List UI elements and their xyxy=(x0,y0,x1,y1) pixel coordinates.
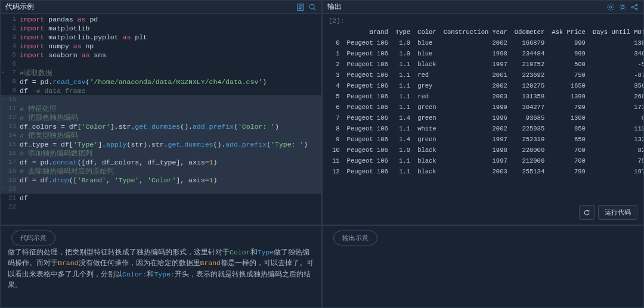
table-header: Days Until MOT xyxy=(589,27,643,38)
output-cell-label: [2]: xyxy=(329,17,637,24)
table-row: 2Peugeot 1061.1black1997219752500-560 xyxy=(329,59,643,70)
output-header: 输出 xyxy=(323,1,643,14)
svg-point-4 xyxy=(631,6,633,8)
sun-icon[interactable] xyxy=(618,3,627,11)
table-row: 0Peugeot 1061.0blue200216687999913860 xyxy=(329,38,643,48)
code-hint-panel: 代码示意 做了特征的处理，把类别型特征转换成了独热编码的形式，这里针对于Colo… xyxy=(0,225,322,308)
code-line[interactable]: •20 xyxy=(1,185,321,194)
code-line[interactable]: •10 xyxy=(1,95,321,104)
code-header: 代码示例 xyxy=(1,1,321,14)
table-row: 9Peugeot 1061.4green199725231965013375 xyxy=(329,134,643,145)
output-hint-panel: 输出示意 xyxy=(322,225,644,308)
svg-point-5 xyxy=(636,4,637,6)
svg-point-2 xyxy=(609,6,612,8)
table-header xyxy=(329,27,343,38)
refresh-button[interactable] xyxy=(579,205,595,220)
output-buttons: 运行代码 xyxy=(579,205,637,220)
zoom-icon[interactable] xyxy=(308,3,317,11)
code-line[interactable]: 19df = df.drop(['Brand', 'Type', 'Color'… xyxy=(1,176,321,185)
code-hint-tab[interactable]: 代码示意 xyxy=(11,231,55,245)
table-row: 6Peugeot 1061.1green199930427779917357 xyxy=(329,102,643,113)
svg-point-1 xyxy=(309,4,314,9)
code-line[interactable]: 17df = pd.concat([df, df_colors, df_type… xyxy=(1,158,321,167)
code-line[interactable]: 5import seaborn as sns xyxy=(1,51,321,60)
svg-point-6 xyxy=(636,8,637,10)
code-line[interactable]: 1import pandas as pd xyxy=(1,15,321,24)
output-area: [2]: BrandTypeColorConstruction YearOdom… xyxy=(323,14,643,225)
run-code-button[interactable]: 运行代码 xyxy=(598,205,637,220)
table-row: 1Peugeot 1061.0blue199823448499934660 xyxy=(329,48,643,59)
table-header: Type xyxy=(392,27,414,38)
code-line[interactable]: 3import matplotlib.pyplot as plt xyxy=(1,33,321,42)
code-line[interactable]: 12# 把颜色独热编码 xyxy=(1,113,321,122)
expand-icon[interactable] xyxy=(296,3,305,11)
table-row: 10Peugeot 1061.0black19982200007008250 xyxy=(329,145,643,155)
output-hint-tab[interactable]: 输出示意 xyxy=(333,231,377,245)
table-row: 12Peugeot 1061.1black200325513479919760 xyxy=(329,166,643,177)
code-line[interactable]: 18# 去除独热编码对应的原始列 xyxy=(1,167,321,176)
code-line[interactable]: 8df = pd.read_csv('/home/anaconda/data/R… xyxy=(1,77,321,86)
svg-point-3 xyxy=(621,5,624,8)
code-line[interactable]: •7#读取数据 xyxy=(1,69,321,77)
code-line[interactable]: 13df_colors = df['Color'].str.get_dummie… xyxy=(1,122,321,131)
gear-icon[interactable] xyxy=(606,3,615,11)
table-row: 8Peugeot 1061.1white200222593595011360 xyxy=(329,123,643,134)
output-header-icons xyxy=(606,3,639,11)
code-line[interactable]: 9df # data frame xyxy=(1,86,321,95)
data-table: BrandTypeColorConstruction YearOdometerA… xyxy=(329,27,643,177)
code-line[interactable]: 22 xyxy=(1,203,321,211)
code-line[interactable]: 16# 添加独热编码数据列 xyxy=(1,149,321,158)
table-row: 7Peugeot 1061.4green1996936851300075 xyxy=(329,113,643,123)
code-title: 代码示例 xyxy=(5,2,34,12)
table-header: Construction Year xyxy=(440,27,511,38)
table-row: 11Peugeot 1061.1black19972120007007560 xyxy=(329,155,643,166)
code-line[interactable]: 15df_type = df['Type'].apply(str).str.ge… xyxy=(1,140,321,149)
table-header: Ask Price xyxy=(548,27,589,38)
output-title: 输出 xyxy=(327,2,342,12)
table-row: 3Peugeot 1061.1red2001223692750-8760 xyxy=(329,70,643,80)
table-header: Brand xyxy=(343,27,392,38)
code-panel: 代码示例 1import pandas as pd2import matplot… xyxy=(0,0,322,225)
table-row: 4Peugeot 1061.1grey2002120275165035659 xyxy=(329,80,643,91)
code-line[interactable]: 21df xyxy=(1,194,321,203)
code-line[interactable]: 11# 特征处理 xyxy=(1,104,321,113)
share-icon[interactable] xyxy=(630,3,639,11)
output-panel: 输出 [2]: BrandTypeColorConstruction YearO… xyxy=(322,0,644,225)
code-line[interactable]: 6 xyxy=(1,60,321,69)
code-line[interactable]: 4import numpy as np xyxy=(1,42,321,51)
table-header: Odometer xyxy=(511,27,548,38)
table-row: 5Peugeot 1061.1red2003131358139926660 xyxy=(329,91,643,102)
table-header: Color xyxy=(414,27,440,38)
code-header-icons xyxy=(296,3,317,11)
code-editor[interactable]: 1import pandas as pd2import matplotlib3i… xyxy=(1,14,321,225)
code-line[interactable]: 2import matplotlib xyxy=(1,24,321,33)
code-line[interactable]: 14# 把类型独热编码 xyxy=(1,131,321,140)
